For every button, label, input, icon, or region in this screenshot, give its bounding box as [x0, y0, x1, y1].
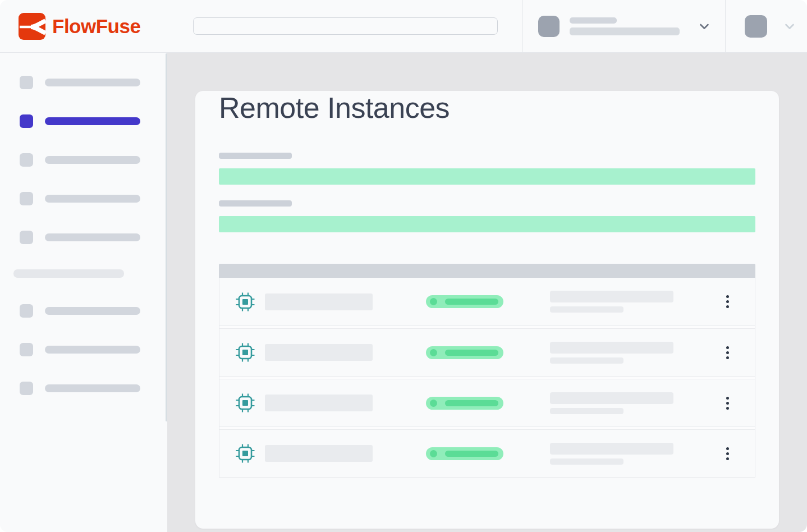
field-input-highlighted[interactable]	[219, 168, 755, 185]
kebab-dot	[726, 397, 729, 400]
team-label-placeholder-short	[570, 17, 617, 24]
status-label-placeholder	[445, 400, 498, 406]
nav-item-label-placeholder	[45, 156, 140, 164]
sidebar-nav-item[interactable]	[20, 192, 167, 205]
field-label-placeholder	[219, 153, 292, 159]
sidebar-nav-item[interactable]	[20, 153, 167, 167]
meta-placeholder-long	[550, 392, 673, 404]
meta-placeholder-short	[550, 357, 623, 364]
meta-placeholder-short	[550, 408, 623, 414]
status-pill	[426, 397, 503, 410]
nav-item-icon-placeholder	[20, 153, 33, 167]
instance-row[interactable]	[219, 379, 755, 427]
status-label-placeholder	[445, 350, 498, 356]
nav-item-icon-placeholder	[20, 114, 33, 128]
brand-wordmark: FlowFuse	[52, 15, 140, 38]
status-dot	[430, 349, 437, 356]
kebab-dot	[726, 447, 729, 450]
sidebar-scrollbar[interactable]	[166, 53, 167, 421]
sidebar-nav-item[interactable]	[20, 304, 167, 318]
row-actions-kebab-button[interactable]	[723, 393, 732, 413]
form-field	[219, 200, 755, 232]
nav-item-label-placeholder	[45, 384, 140, 392]
row-actions-kebab-button[interactable]	[723, 292, 732, 311]
team-name-placeholder	[570, 17, 680, 35]
instances-table	[219, 264, 755, 478]
instance-name-placeholder	[265, 395, 373, 411]
kebab-dot	[726, 300, 729, 303]
form-field	[219, 153, 755, 185]
page-title: Remote Instances	[219, 91, 755, 125]
status-pill	[426, 447, 503, 460]
team-label-placeholder-long	[570, 27, 680, 35]
field-label-placeholder	[219, 200, 292, 207]
kebab-dot	[726, 305, 729, 308]
user-avatar	[745, 15, 767, 38]
main-area: Remote Instances	[167, 53, 807, 532]
instance-row[interactable]	[219, 328, 755, 377]
table-body	[219, 278, 755, 478]
device-chip-icon	[235, 292, 255, 312]
instance-name-placeholder	[265, 344, 373, 361]
kebab-dot	[726, 402, 729, 405]
chevron-down-icon	[783, 20, 796, 33]
instance-row[interactable]	[219, 278, 755, 326]
status-pill	[426, 346, 503, 359]
row-actions-kebab-button[interactable]	[723, 343, 732, 363]
meta-placeholder-long	[550, 342, 673, 354]
instance-meta	[550, 291, 673, 313]
sidebar-nav	[0, 53, 167, 395]
status-dot	[430, 450, 437, 457]
nav-item-icon-placeholder	[20, 192, 33, 205]
nav-item-label-placeholder	[45, 233, 140, 241]
chevron-down-icon	[698, 20, 711, 33]
status-label-placeholder	[445, 451, 498, 457]
status-dot	[430, 298, 437, 305]
sidebar-nav-item[interactable]	[20, 382, 167, 395]
nav-item-icon-placeholder	[20, 343, 33, 356]
sidebar-nav-item[interactable]	[20, 114, 167, 128]
instance-meta	[550, 443, 673, 465]
app-body: Remote Instances	[0, 53, 807, 532]
form-fields	[219, 153, 755, 232]
status-dot	[430, 400, 437, 407]
kebab-dot	[726, 452, 729, 455]
nav-item-label-placeholder	[45, 117, 140, 125]
header-search-input[interactable]	[193, 17, 498, 35]
team-selector-menu[interactable]	[523, 0, 725, 52]
kebab-dot	[726, 407, 729, 410]
device-chip-icon	[235, 443, 255, 464]
flowfuse-logo-icon	[19, 13, 45, 40]
sidebar-nav-item[interactable]	[20, 76, 167, 89]
sidebar-nav-item[interactable]	[20, 343, 167, 356]
device-chip-icon	[235, 342, 255, 363]
user-menu[interactable]	[726, 0, 807, 52]
nav-item-label-placeholder	[45, 79, 140, 86]
sidebar-nav-item[interactable]	[20, 231, 167, 244]
row-actions-kebab-button[interactable]	[723, 444, 732, 464]
table-header-placeholder	[219, 264, 755, 278]
meta-placeholder-short	[550, 306, 623, 313]
nav-item-label-placeholder	[45, 307, 140, 315]
instance-row[interactable]	[219, 429, 755, 478]
sidebar	[0, 53, 167, 532]
kebab-dot	[726, 346, 729, 349]
field-input-highlighted[interactable]	[219, 216, 755, 232]
meta-placeholder-short	[550, 458, 623, 465]
meta-placeholder-long	[550, 291, 673, 302]
instance-meta	[550, 342, 673, 364]
status-label-placeholder	[445, 299, 498, 305]
instance-name-placeholder	[265, 445, 373, 462]
team-avatar	[538, 16, 560, 37]
nav-item-label-placeholder	[45, 195, 140, 203]
nav-item-icon-placeholder	[20, 76, 33, 89]
header-right	[522, 0, 807, 52]
meta-placeholder-long	[550, 443, 673, 455]
kebab-dot	[726, 356, 729, 359]
kebab-dot	[726, 351, 729, 354]
top-header: FlowFuse	[0, 0, 807, 53]
kebab-dot	[726, 457, 729, 460]
nav-item-icon-placeholder	[20, 382, 33, 395]
kebab-dot	[726, 295, 729, 298]
brand[interactable]: FlowFuse	[19, 13, 140, 40]
